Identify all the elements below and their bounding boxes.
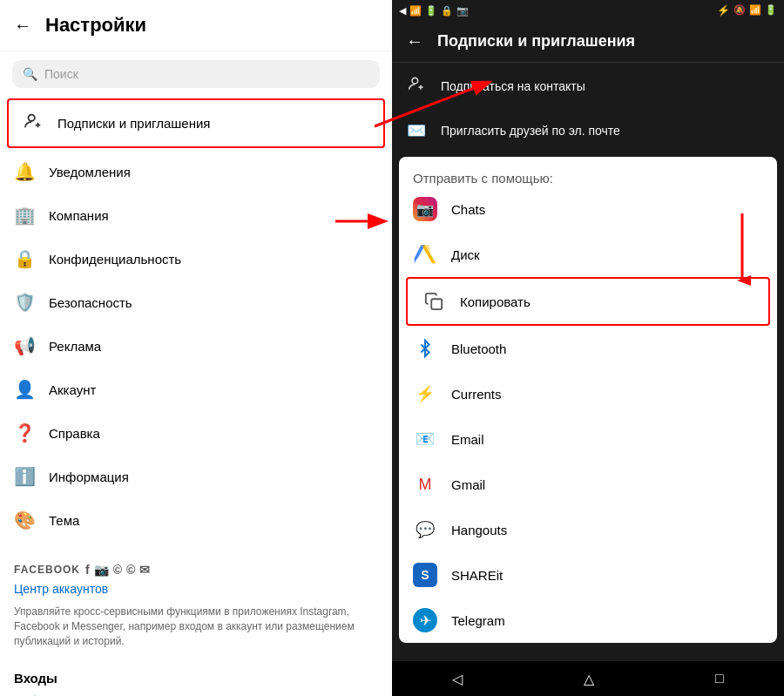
shareit-label: SHAREit [451,568,503,583]
right-menu-item-invite-email[interactable]: ✉️ Пригласить друзей по эл. почте [392,109,784,152]
theme-icon: 🎨 [14,510,35,530]
status-left-icons: ◀📶🔋🔒📷 [399,5,469,17]
account-label: Аккаунт [49,382,96,397]
search-bar[interactable]: 🔍 Поиск [12,60,380,88]
email-icon: 📧 [413,427,437,451]
bluetooth-label: Bluetooth [451,341,506,356]
share-item-telegram[interactable]: ✈ Telegram [399,598,777,643]
share-item-currents[interactable]: ⚡ Currents [399,371,777,416]
security-icon: 🛡️ [14,292,35,313]
bluetooth-icon [413,336,437,361]
info-label: Информация [49,470,129,484]
menu-item-company[interactable]: 🏢 Компания [0,193,392,237]
invite-email-label: Пригласить друзей по эл. почте [441,124,620,138]
search-placeholder: Поиск [44,67,78,81]
invite-email-icon: ✉️ [406,121,427,140]
menu-item-ads[interactable]: 📢 Реклама [0,324,392,368]
menu-item-privacy[interactable]: 🔒 Конфиденциальность [0,237,392,280]
privacy-icon: 🔒 [14,248,35,269]
notifications-icon: 🔔 [14,161,35,182]
svg-point-2 [412,78,418,84]
android-home-button[interactable]: △ [584,671,594,687]
right-header: ← Подписки и приглашения [392,21,784,63]
share-modal-title: Отправить с помощью: [399,171,567,196]
facebook-section: FACEBOOK f📷©©✉ Центр аккаунтов Управляйт… [0,549,392,659]
company-label: Компания [49,208,109,223]
share-item-gmail[interactable]: M Gmail [399,462,777,507]
facebook-title: FACEBOOK f📷©©✉ [14,563,378,577]
menu-item-help[interactable]: ❓ Справка [0,411,392,455]
drive-label: Диск [451,247,480,262]
svg-point-0 [29,115,35,121]
android-bottom-navigation: ◁ △ □ [392,661,784,696]
subscribe-contacts-label: Подписаться на контакты [441,79,585,93]
shareit-icon: S [413,563,437,587]
notifications-label: Уведомления [49,165,131,179]
ads-icon: 📢 [14,335,35,356]
share-modal: Отправить с помощью: 📷 Chats Диск [399,157,777,643]
right-panel: ◀📶🔋🔒📷 ⚡ 🔕📶🔋 ← Подписки и приглашения Под… [392,0,784,696]
company-icon: 🏢 [14,205,35,226]
svg-rect-15 [431,299,442,309]
logins-section-title: Входы [0,659,392,689]
drive-icon [413,242,437,267]
account-icon: 👤 [14,379,35,400]
gmail-label: Gmail [451,477,485,492]
hangouts-icon: 💬 [413,517,437,542]
subscribe-contacts-icon [406,75,427,97]
chats-label: Chats [451,202,485,217]
copy-label: Копировать [460,294,531,309]
back-button[interactable]: ← [14,16,31,36]
share-item-copy[interactable]: Копировать [406,277,770,326]
currents-icon: ⚡ [413,382,437,406]
facebook-description: Управляйте кросс-сервисными функциями в … [14,601,378,652]
left-header: ← Настройки [0,0,392,51]
right-menu-item-subscribe-contacts[interactable]: Подписаться на контакты [392,63,784,109]
telegram-icon: ✈ [413,608,437,632]
theme-label: Тема [49,513,79,528]
svg-marker-13 [415,245,425,259]
security-label: Безопасность [49,295,132,310]
gmail-icon: M [413,472,437,497]
status-bar: ◀📶🔋🔒📷 ⚡ 🔕📶🔋 [392,0,784,21]
copy-icon [422,289,446,314]
add-account-link[interactable]: Добавить аккаунт [0,689,392,696]
menu-item-security[interactable]: 🛡️ Безопасность [0,280,392,324]
subscriptions-icon [23,111,44,135]
menu-item-theme[interactable]: 🎨 Тема [0,498,392,542]
left-panel: ← Настройки 🔍 Поиск Подписки и приглашен… [0,0,392,696]
currents-label: Currents [451,387,502,402]
share-item-shareit[interactable]: S SHAREit [399,552,777,598]
menu-item-subscriptions[interactable]: Подписки и приглашения [7,98,385,148]
menu-item-notifications[interactable]: 🔔 Уведомления [0,150,392,193]
hangouts-label: Hangouts [451,523,507,537]
chats-icon: 📷 [413,197,437,221]
email-label: Email [451,432,484,447]
right-header-title: Подписки и приглашения [437,32,635,51]
search-icon: 🔍 [23,67,37,81]
subscriptions-label: Подписки и приглашения [57,116,210,131]
android-back-button[interactable]: ◁ [452,671,463,687]
facebook-social-icons: f📷©©✉ [85,563,151,577]
android-recents-button[interactable]: □ [715,671,724,686]
menu-item-info[interactable]: ℹ️ Информация [0,455,392,498]
menu-item-account[interactable]: 👤 Аккаунт [0,368,392,411]
share-item-drive[interactable]: Диск [399,232,777,277]
privacy-label: Конфиденциальность [49,252,181,267]
status-right-icons: ⚡ 🔕📶🔋 [717,4,777,17]
ads-label: Реклама [49,339,101,354]
settings-title: Настройки [45,14,146,37]
help-icon: ❓ [14,422,35,443]
info-icon: ℹ️ [14,466,35,487]
right-back-button[interactable]: ← [406,31,423,51]
share-item-hangouts[interactable]: 💬 Hangouts [399,507,777,552]
telegram-label: Telegram [451,613,505,628]
share-item-email[interactable]: 📧 Email [399,416,777,462]
share-item-bluetooth[interactable]: Bluetooth [399,326,777,371]
accounts-center-link[interactable]: Центр аккаунтов [14,577,378,601]
help-label: Справка [49,426,100,441]
